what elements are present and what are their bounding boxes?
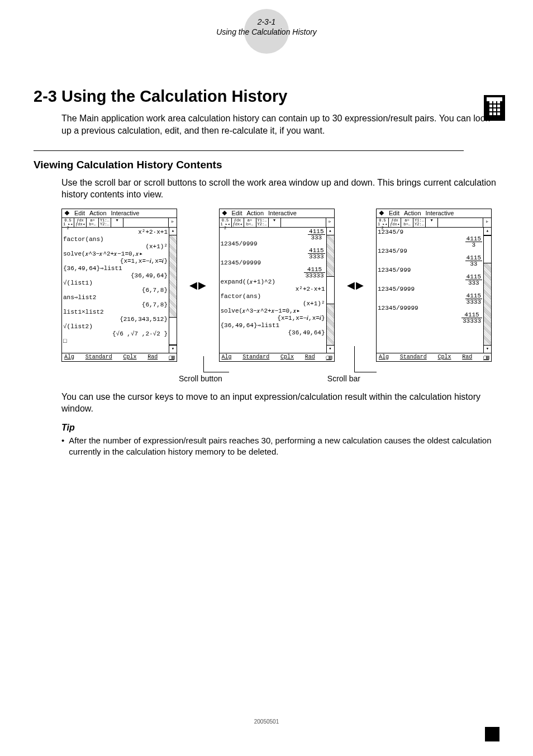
toolbar-btn-2[interactable]: ƒdx ƒdx◂	[74, 218, 87, 227]
screenshot-middle: ❖ Edit Action Interactive0.5 1 ▸◂ 2 ƒdx …	[219, 209, 335, 362]
history-line: factor(ans)	[221, 293, 325, 300]
calculator-menubar: ❖ Edit Action Interactive	[62, 209, 177, 218]
toolbar-dropdown[interactable]: ▼	[111, 218, 123, 227]
history-line: {6,7,8}	[63, 287, 168, 294]
toolbar-more-icon[interactable]: ▹	[326, 218, 334, 227]
toolbar-dropdown[interactable]: ▼	[269, 218, 281, 227]
subsection-heading: Viewing Calculation History Contents	[34, 159, 499, 171]
work-area[interactable]: 411533312345/99994115333312345/999994115…	[220, 228, 326, 353]
calculator-menubar: ❖ Edit Action Interactive	[377, 209, 491, 218]
toolbar-btn-1[interactable]: 0.5 1 ▸◂ 2	[377, 218, 389, 227]
nav-arrows-1: ◀ ▶	[187, 280, 208, 290]
toolbar-more-icon[interactable]: ▹	[168, 218, 177, 227]
status-cplx: Cplx	[280, 354, 294, 361]
screenshot-labels: Scroll button Scroll bar	[61, 374, 492, 383]
app-logo-icon: ❖	[379, 210, 384, 217]
header-pagenum: 2-3-1	[34, 17, 499, 27]
history-line: 4115333	[378, 274, 482, 286]
history-line: {x=1,x=−𝒊,x=𝒊}	[221, 315, 325, 322]
menu-action[interactable]: Action	[89, 210, 107, 216]
history-line: 41153333	[221, 248, 325, 259]
toolbar-btn-4[interactable]: Y1:… Y2:…	[99, 218, 111, 227]
scrollbar[interactable]: ▴▾	[169, 228, 177, 353]
scroll-up-button[interactable]: ▴	[484, 228, 491, 235]
toolbar-btn-1[interactable]: 0.5 1 ▸◂ 2	[220, 218, 232, 227]
menu-interactive[interactable]: Interactive	[268, 210, 297, 216]
toolbar-btn-3[interactable]: a= b=…	[87, 218, 99, 227]
calculator-menubar: ❖ Edit Action Interactive	[220, 209, 334, 218]
status-rad: Rad	[147, 354, 158, 361]
menu-edit[interactable]: Edit	[232, 210, 242, 216]
scroll-up-button[interactable]: ▴	[169, 228, 177, 235]
arrow-right-icon: ▶	[198, 280, 206, 290]
scroll-bar-label: Scroll bar	[327, 374, 360, 383]
history-line: (x+1)²	[63, 243, 168, 251]
status-cplx: Cplx	[123, 354, 136, 361]
history-line: 12345/9999	[221, 240, 325, 248]
calculator-toolbar: 0.5 1 ▸◂ 2 ƒdx ƒdx◂ a= b=… Y1:… Y2:… ▼ ▹	[377, 218, 491, 228]
history-line: 41153333	[378, 293, 482, 305]
tip-heading: Tip	[61, 423, 499, 433]
arrow-left-icon: ◀	[189, 280, 197, 290]
menu-action[interactable]: Action	[246, 210, 264, 216]
toolbar-more-icon[interactable]: ▹	[483, 218, 491, 227]
scrollbar-thumb[interactable]	[169, 317, 177, 345]
tip-body: • After the number of expression/result …	[61, 435, 499, 458]
history-line: {6,7,8}	[63, 301, 168, 309]
scrollbar-thumb[interactable]	[327, 276, 334, 304]
scrollbar[interactable]: ▴▾	[483, 228, 491, 353]
scroll-down-button[interactable]: ▾	[169, 345, 177, 353]
section-number: 2-3	[34, 87, 57, 105]
history-line: {36,49,64}⇒list1	[221, 322, 325, 329]
menu-edit[interactable]: Edit	[74, 210, 85, 216]
toolbar-btn-1[interactable]: 0.5 1 ▸◂ 2	[62, 218, 74, 227]
calculator-toolbar: 0.5 1 ▸◂ 2 ƒdx ƒdx◂ a= b=… Y1:… Y2:… ▼ ▹	[62, 218, 177, 228]
scrollbar-track[interactable]	[484, 235, 491, 345]
status-alg: Alg	[64, 354, 74, 361]
menu-action[interactable]: Action	[404, 210, 421, 216]
scroll-up-button[interactable]: ▴	[327, 228, 334, 235]
scrollbar[interactable]: ▴▾	[326, 228, 334, 353]
history-line: 12345/99	[378, 248, 482, 255]
history-line: solve(𝒙^3−𝒙^2+𝒙−1=0,𝒙▸	[221, 308, 325, 315]
section-title-text: Using the Calculation History	[61, 87, 287, 105]
menu-interactive[interactable]: Interactive	[426, 210, 454, 216]
history-line: {x=1,x=−𝒊,x=𝒊}	[63, 258, 168, 265]
menu-interactive[interactable]: Interactive	[111, 210, 140, 216]
tip-text: After the number of expression/result pa…	[69, 435, 499, 458]
history-line: 4115333	[221, 229, 325, 240]
history-line: ans⇒list2	[63, 294, 168, 301]
nav-arrows-2: ◀ ▶	[345, 280, 366, 290]
toolbar-dropdown[interactable]: ▼	[426, 218, 438, 227]
work-area[interactable]: 12345/94115312345/9941153312345/99941153…	[377, 228, 483, 353]
divider	[34, 150, 464, 151]
history-line: 411533	[378, 255, 482, 267]
calculator-tab-icon	[484, 95, 505, 121]
arrow-left-icon: ◀	[347, 280, 355, 290]
menu-edit[interactable]: Edit	[389, 210, 399, 216]
arrow-right-icon: ▶	[356, 280, 364, 290]
toolbar-btn-4[interactable]: Y1:… Y2:…	[256, 218, 269, 227]
scroll-down-button[interactable]: ▾	[484, 345, 491, 353]
scrollbar-thumb[interactable]	[484, 235, 491, 263]
tip-bullet: •	[61, 435, 64, 458]
history-line: (x+1)²	[221, 300, 325, 308]
history-line: 411533333	[221, 267, 325, 278]
subsection-body-2: You can use the cursor keys to move to a…	[61, 391, 499, 415]
toolbar-btn-3[interactable]: a= b=…	[401, 218, 413, 227]
toolbar-btn-2[interactable]: ƒdx ƒdx◂	[232, 218, 244, 227]
toolbar-btn-4[interactable]: Y1:… Y2:…	[413, 218, 426, 227]
screenshots-row: ❖ Edit Action Interactive0.5 1 ▸◂ 2 ƒdx …	[61, 209, 492, 362]
scrollbar-track[interactable]	[327, 235, 334, 345]
toolbar-btn-2[interactable]: ƒdx ƒdx◂	[389, 218, 401, 227]
history-line: solve(𝒙^3−𝒙^2+𝒙−1=0,𝒙▸	[63, 251, 168, 258]
calculator-toolbar: 0.5 1 ▸◂ 2 ƒdx ƒdx◂ a= b=… Y1:… Y2:… ▼ ▹	[220, 218, 334, 228]
scrollbar-track[interactable]	[169, 235, 177, 345]
work-area[interactable]: x²+2·x+1factor(ans)(x+1)²solve(𝒙^3−𝒙^2+𝒙…	[62, 228, 169, 353]
scroll-button-label: Scroll button	[179, 374, 222, 383]
scroll-down-button[interactable]: ▾	[327, 345, 334, 353]
status-standard: Standard	[400, 354, 427, 361]
toolbar-btn-3[interactable]: a= b=…	[244, 218, 256, 227]
history-line: √(list2)	[63, 323, 168, 330]
status-cplx: Cplx	[437, 354, 451, 361]
